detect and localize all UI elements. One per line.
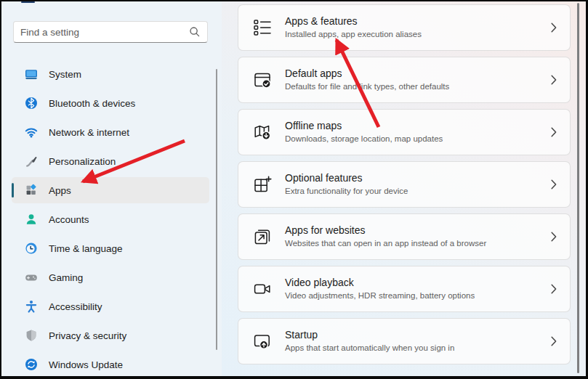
main-scrollbar[interactable] xyxy=(577,3,579,373)
sidebar-item-apps[interactable]: Apps xyxy=(12,177,209,203)
settings-rows: Apps & featuresInstalled apps, app execu… xyxy=(238,4,571,370)
sidebar-item-accounts[interactable]: Accounts xyxy=(12,206,209,232)
row-title: Default apps xyxy=(285,68,551,81)
sidebar-item-personalization[interactable]: Personalization xyxy=(12,148,209,174)
row-subtitle: Extra functionality for your device xyxy=(285,187,551,197)
sidebar-nav: SystemBluetooth & devicesNetwork & inter… xyxy=(12,61,209,376)
row-title: Optional features xyxy=(285,172,551,185)
optional-features-icon xyxy=(253,175,272,194)
row-title: Video playback xyxy=(285,277,551,290)
row-subtitle: Websites that can open in an app instead… xyxy=(285,239,551,249)
settings-row-optional-features[interactable]: Optional featuresExtra functionality for… xyxy=(238,161,571,208)
selected-accent-pill xyxy=(12,183,14,197)
row-subtitle: Defaults for file and link types, other … xyxy=(285,82,551,92)
sidebar-item-label: Accessibility xyxy=(49,301,102,312)
settings-window: SystemBluetooth & devicesNetwork & inter… xyxy=(0,0,588,379)
row-subtitle: Apps that start automatically when you s… xyxy=(285,343,551,354)
settings-row-offline-maps[interactable]: Offline mapsDownloads, storage location,… xyxy=(238,109,571,155)
gaming-icon xyxy=(25,271,38,284)
sidebar-item-label: Time & language xyxy=(49,243,123,254)
row-title: Startup xyxy=(285,329,551,342)
privacy-security-icon xyxy=(25,329,38,342)
chevron-right-icon xyxy=(551,127,557,137)
apps-icon xyxy=(25,184,38,197)
chevron-right-icon xyxy=(551,284,557,294)
sidebar-item-time-language[interactable]: Time & language xyxy=(12,235,209,261)
chevron-right-icon xyxy=(551,179,557,190)
network-icon xyxy=(25,126,38,139)
chevron-right-icon xyxy=(551,232,557,242)
row-title: Apps & features xyxy=(285,15,551,28)
sidebar: SystemBluetooth & devicesNetwork & inter… xyxy=(1,1,222,376)
row-subtitle: Downloads, storage location, map updates xyxy=(285,134,551,144)
time-language-icon xyxy=(25,242,38,255)
sidebar-item-label: Network & internet xyxy=(49,127,129,138)
sidebar-item-privacy-security[interactable]: Privacy & security xyxy=(12,322,209,349)
startup-icon xyxy=(253,332,272,351)
row-title: Apps for websites xyxy=(285,224,551,237)
settings-row-default-apps[interactable]: Default appsDefaults for file and link t… xyxy=(238,57,571,103)
search-input[interactable] xyxy=(20,27,189,38)
accounts-icon xyxy=(25,213,38,226)
row-title: Offline maps xyxy=(285,120,551,133)
sidebar-item-label: Gaming xyxy=(49,272,83,283)
row-text: StartupApps that start automatically whe… xyxy=(285,329,551,353)
settings-row-apps-for-websites[interactable]: Apps for websitesWebsites that can open … xyxy=(238,213,571,260)
windows-update-icon xyxy=(25,358,38,371)
sidebar-scrollbar[interactable] xyxy=(216,69,217,350)
search-icon[interactable] xyxy=(189,26,201,38)
sidebar-item-accessibility[interactable]: Accessibility xyxy=(12,293,209,319)
sidebar-item-label: Privacy & security xyxy=(49,330,126,341)
search-box[interactable] xyxy=(13,21,208,43)
default-apps-icon xyxy=(253,70,272,89)
row-text: Default appsDefaults for file and link t… xyxy=(285,68,551,91)
sidebar-item-label: System xyxy=(49,69,81,80)
accessibility-icon xyxy=(25,300,38,313)
sidebar-item-network-internet[interactable]: Network & internet xyxy=(12,119,209,145)
sidebar-item-label: Accounts xyxy=(49,214,89,225)
personalization-icon xyxy=(25,155,38,168)
sidebar-item-label: Windows Update xyxy=(49,359,123,370)
row-subtitle: Video adjustments, HDR streaming, batter… xyxy=(285,291,551,301)
apps-for-websites-icon xyxy=(253,227,272,246)
chevron-right-icon xyxy=(551,23,557,33)
sidebar-item-label: Personalization xyxy=(49,156,116,167)
row-text: Optional featuresExtra functionality for… xyxy=(285,172,551,196)
chevron-right-icon xyxy=(551,75,557,85)
sidebar-item-label: Bluetooth & devices xyxy=(49,98,135,109)
video-playback-icon xyxy=(253,280,272,298)
row-text: Apps for websitesWebsites that can open … xyxy=(285,224,551,248)
sidebar-item-windows-update[interactable]: Windows Update xyxy=(12,351,209,376)
hamburger-menu-icon[interactable] xyxy=(21,1,35,3)
sidebar-item-bluetooth-devices[interactable]: Bluetooth & devices xyxy=(12,90,209,116)
window-frame: SystemBluetooth & devicesNetwork & inter… xyxy=(1,1,586,376)
chevron-right-icon xyxy=(551,336,557,346)
offline-maps-icon xyxy=(253,123,272,142)
sidebar-item-gaming[interactable]: Gaming xyxy=(12,264,209,290)
sidebar-item-system[interactable]: System xyxy=(12,61,209,87)
row-text: Apps & featuresInstalled apps, app execu… xyxy=(285,15,551,39)
settings-row-apps-features[interactable]: Apps & featuresInstalled apps, app execu… xyxy=(238,4,571,51)
row-subtitle: Installed apps, app execution aliases xyxy=(285,30,551,40)
bluetooth-icon xyxy=(25,97,38,110)
system-icon xyxy=(25,68,38,81)
apps-features-icon xyxy=(253,18,272,37)
row-text: Offline mapsDownloads, storage location,… xyxy=(285,120,551,144)
settings-list-panel: Apps & featuresInstalled apps, app execu… xyxy=(222,1,586,376)
settings-row-video-playback[interactable]: Video playbackVideo adjustments, HDR str… xyxy=(238,266,571,312)
sidebar-item-label: Apps xyxy=(49,185,71,196)
settings-row-startup[interactable]: StartupApps that start automatically whe… xyxy=(238,318,571,364)
row-text: Video playbackVideo adjustments, HDR str… xyxy=(285,277,551,301)
